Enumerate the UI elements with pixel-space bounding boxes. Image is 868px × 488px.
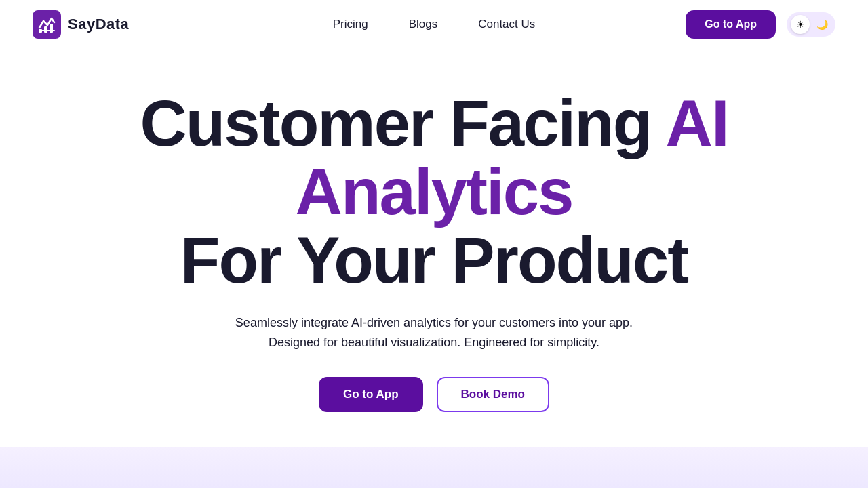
nav-right: Go to App ☀ 🌙 bbox=[686, 10, 835, 39]
svg-rect-3 bbox=[50, 24, 53, 33]
nav-pricing[interactable]: Pricing bbox=[333, 18, 368, 31]
navbar: SayData Pricing Blogs Contact Us Go to A… bbox=[0, 0, 868, 49]
hero-subtitle: Seamlessly integrate AI-driven analytics… bbox=[210, 313, 658, 352]
hero-title-ai: AI bbox=[666, 87, 728, 159]
moon-icon: 🌙 bbox=[816, 19, 828, 30]
hero-buttons: Go to App Book Demo bbox=[319, 377, 549, 412]
hero-go-to-app-button[interactable]: Go to App bbox=[319, 377, 423, 412]
hero-title-line3: For Your Product bbox=[180, 224, 688, 296]
svg-rect-2 bbox=[44, 26, 47, 33]
light-mode-button[interactable]: ☀ bbox=[791, 15, 810, 34]
nav-blogs[interactable]: Blogs bbox=[409, 18, 438, 31]
nav-contact[interactable]: Contact Us bbox=[478, 18, 535, 31]
svg-rect-1 bbox=[39, 29, 42, 33]
hero-section: Customer Facing AI Analytics For Your Pr… bbox=[0, 49, 868, 439]
nav-links: Pricing Blogs Contact Us bbox=[333, 18, 536, 31]
hero-title-analytics: Analytics bbox=[296, 155, 573, 228]
theme-toggle: ☀ 🌙 bbox=[787, 12, 835, 37]
sun-icon: ☀ bbox=[796, 19, 805, 30]
nav-go-to-app-button[interactable]: Go to App bbox=[686, 10, 776, 39]
dark-mode-button[interactable]: 🌙 bbox=[812, 15, 831, 34]
logo-text: SayData bbox=[68, 16, 129, 33]
logo-icon bbox=[33, 10, 61, 39]
hero-book-demo-button[interactable]: Book Demo bbox=[437, 377, 549, 412]
bottom-gradient bbox=[0, 447, 868, 488]
hero-title: Customer Facing AI Analytics For Your Pr… bbox=[140, 89, 728, 294]
hero-title-line1: Customer Facing AI bbox=[140, 87, 728, 159]
logo[interactable]: SayData bbox=[33, 10, 129, 39]
